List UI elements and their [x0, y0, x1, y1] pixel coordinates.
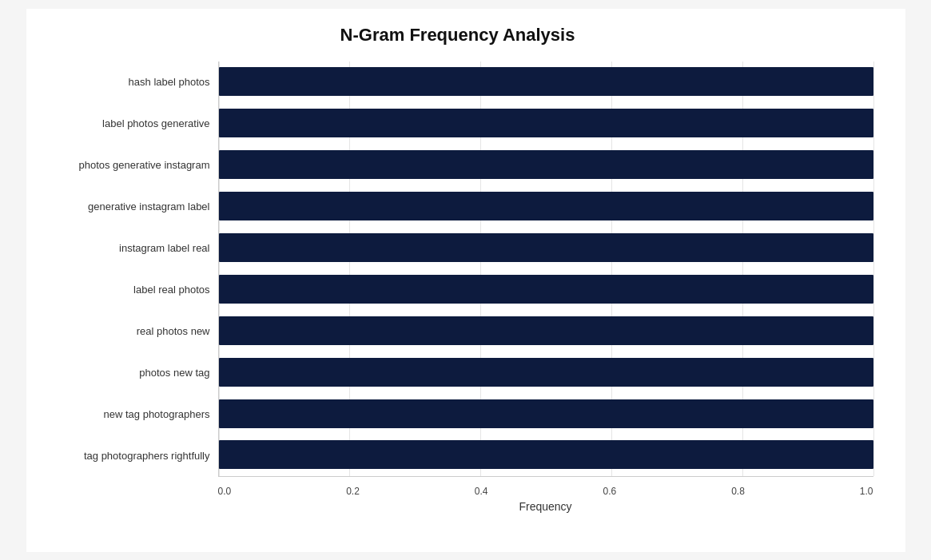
plot-area [218, 62, 873, 477]
bar-row-7 [219, 356, 873, 388]
bar-6 [219, 316, 873, 345]
bar-row-4 [219, 232, 873, 264]
chart-area: hash label photoslabel photos generative… [42, 62, 873, 477]
x-axis-label: Frequency [218, 500, 873, 513]
x-tick-0: 0.0 [218, 486, 232, 497]
bar-row-1 [219, 107, 873, 139]
bar-row-8 [219, 398, 873, 430]
x-axis: 0.00.20.40.60.81.0 [218, 482, 873, 497]
bar-row-2 [219, 149, 873, 181]
y-label-0: hash label photos [42, 76, 210, 89]
bar-2 [219, 150, 873, 179]
y-label-4: instagram label real [42, 242, 210, 255]
y-label-6: real photos new [42, 325, 210, 338]
y-label-2: photos generative instagram [42, 159, 210, 172]
chart-title: N-Gram Frequency Analysis [42, 25, 873, 46]
y-label-8: new tag photographers [42, 408, 210, 421]
y-label-3: generative instagram label [42, 201, 210, 213]
bar-8 [219, 399, 873, 428]
chart-container: N-Gram Frequency Analysis hash label pho… [26, 9, 905, 552]
y-label-1: label photos generative [42, 117, 210, 130]
x-tick-2: 0.4 [475, 486, 488, 497]
x-tick-4: 0.8 [731, 486, 745, 497]
y-label-9: tag photographers rightfully [42, 450, 210, 463]
bar-1 [219, 109, 873, 137]
bar-row-6 [219, 315, 873, 347]
bar-4 [219, 233, 873, 262]
bar-row-5 [219, 273, 873, 305]
bar-9 [219, 440, 873, 469]
bar-0 [219, 67, 873, 96]
x-tick-3: 0.6 [603, 486, 616, 497]
x-tick-5: 1.0 [860, 486, 873, 497]
bar-row-3 [219, 190, 873, 222]
x-tick-1: 0.2 [346, 486, 360, 497]
bar-row-9 [219, 439, 873, 471]
y-label-5: label real photos [42, 284, 210, 296]
y-axis-labels: hash label photoslabel photos generative… [42, 62, 218, 477]
y-label-7: photos new tag [42, 367, 210, 379]
bar-3 [219, 192, 873, 220]
grid-line [873, 62, 874, 476]
bar-5 [219, 275, 873, 304]
bar-7 [219, 358, 873, 387]
bar-row-0 [219, 66, 873, 97]
